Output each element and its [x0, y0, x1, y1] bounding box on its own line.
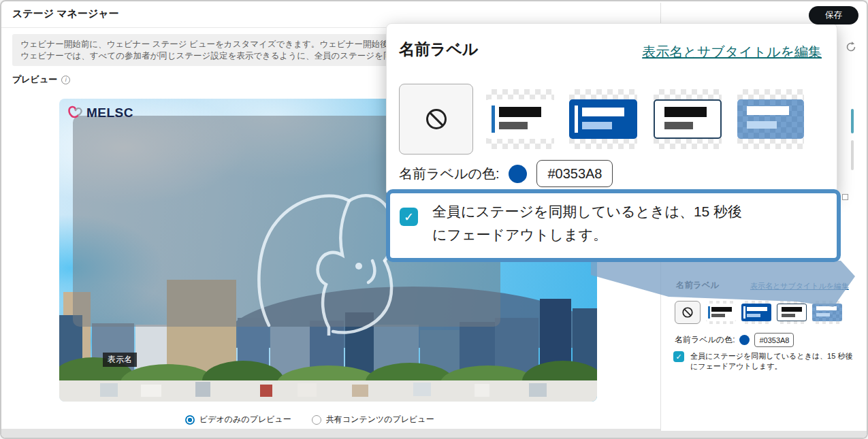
scrollbar-track[interactable] [851, 140, 854, 170]
style-option-none[interactable] [675, 301, 701, 324]
radio-video-only-label: ビデオのみのプレビュー [199, 414, 291, 425]
sidebar-sync-fade-row: ✓ 全員にステージを同期しているときは、15 秒後 にフェードアウトします。 [673, 351, 861, 372]
refresh-icon[interactable] [845, 41, 857, 53]
style-option-outline[interactable] [777, 301, 807, 324]
radio-video-only[interactable]: ビデオのみのプレビュー [185, 414, 291, 425]
radio-shared-content-label: 共有コンテンツのプレビュー [326, 414, 434, 425]
preview-header: プレビュー i [12, 74, 70, 86]
save-button[interactable]: 保存 [809, 6, 858, 25]
style-option-solid[interactable] [741, 301, 771, 324]
sync-fade-text-line1: 全員にステージを同期しているときは、15 秒後 [690, 352, 852, 360]
house-row [59, 380, 597, 402]
brand-logo-text: MELSC [86, 105, 133, 120]
brand-logo: MELSC [66, 104, 133, 122]
color-swatch[interactable] [739, 335, 750, 345]
sidebar-edit-display-name-link[interactable]: 表示名とサブタイトルを編集 [750, 281, 849, 291]
avatar-placeholder-icon [248, 165, 398, 336]
radio-video-only-control[interactable] [185, 415, 195, 425]
style-option-outline[interactable] [654, 89, 722, 149]
sidebar-name-label-title: 名前ラベル [676, 280, 719, 291]
style-option-solid[interactable] [569, 89, 637, 149]
sidebar-label-color-label: 名前ラベルの色: [675, 334, 735, 346]
panel-name-label-title: 名前ラベル [399, 39, 479, 60]
color-hex-input[interactable] [754, 333, 794, 347]
style-option-accent-bar[interactable] [486, 89, 554, 149]
radio-shared-content-control[interactable] [312, 415, 321, 425]
radio-shared-content[interactable]: 共有コンテンツのプレビュー [312, 414, 434, 425]
sidebar-label-style-options [675, 301, 842, 324]
style-option-translucent[interactable] [737, 89, 804, 149]
callout-text-line2: にフェードアウトします。 [432, 223, 742, 246]
panel-label-color-row: 名前ラベルの色: [399, 160, 613, 187]
callout-text-line1: 全員にステージを同期しているときは、15 秒後 [432, 200, 742, 223]
preview-mode-radios: ビデオのみのプレビュー 共有コンテンツのプレビュー [185, 414, 434, 425]
color-hex-input[interactable] [536, 160, 613, 187]
style-option-translucent[interactable] [812, 301, 842, 324]
sidebar-label-color-row: 名前ラベルの色: [675, 333, 794, 347]
color-swatch[interactable] [509, 165, 527, 183]
style-option-none[interactable] [399, 84, 473, 155]
sync-fade-text-line2: にフェードアウトします。 [690, 362, 782, 370]
none-icon [681, 306, 694, 319]
page-title: ステージ マネージャー [12, 7, 119, 20]
sync-fade-callout: ✓ 全員にステージを同期しているときは、15 秒後 にフェードアウトします。 [386, 189, 841, 262]
style-option-accent-bar[interactable] [706, 301, 736, 324]
name-label-zoom-panel: 名前ラベル 表示名とサブタイトルを編集 [386, 23, 837, 196]
scrollbar-thumb[interactable] [851, 109, 854, 133]
sync-fade-checkbox[interactable]: ✓ [400, 208, 418, 226]
info-icon[interactable]: i [61, 76, 70, 84]
panel-label-color-label: 名前ラベルの色: [399, 165, 499, 183]
callout-resize-handle [842, 194, 848, 200]
panel-edit-display-name-link[interactable]: 表示名とサブタイトルを編集 [642, 43, 822, 61]
display-name-tag: 表示名 [103, 353, 137, 367]
none-icon [424, 107, 449, 131]
heart-logo-icon [66, 104, 84, 122]
stage-manager-window: ステージ マネージャー 保存 ウェビナー開始前に、ウェビナー ステージ ビューを… [0, 0, 868, 439]
preview-label: プレビュー [12, 74, 57, 86]
sync-fade-checkbox[interactable]: ✓ [673, 351, 684, 362]
